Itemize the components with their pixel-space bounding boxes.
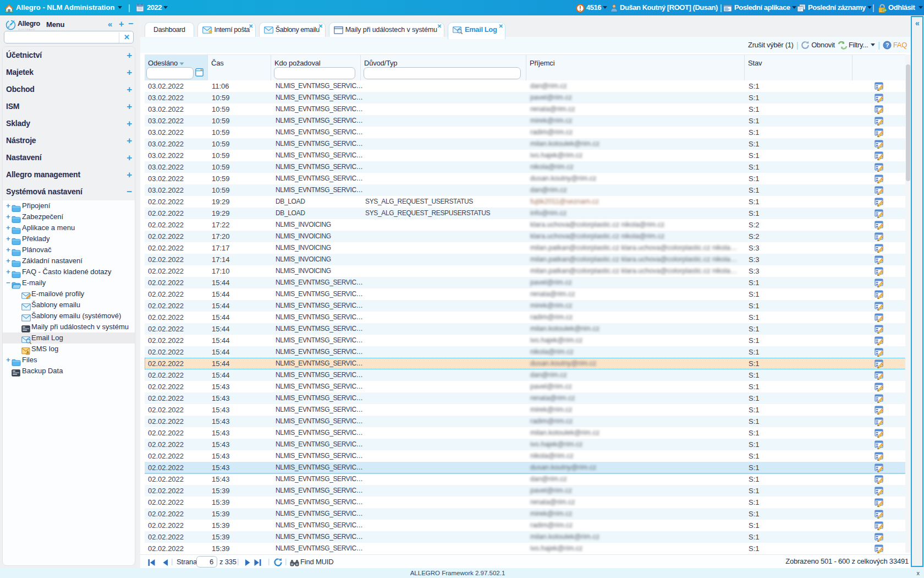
svg-text:?: ? xyxy=(886,41,889,48)
